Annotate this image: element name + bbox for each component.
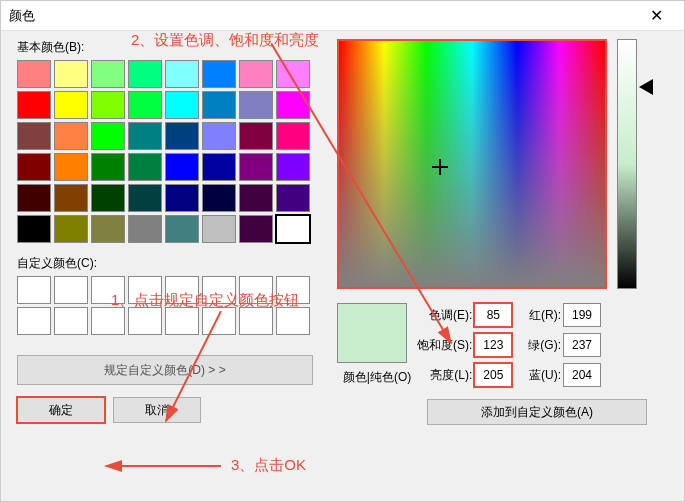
blue-label: 蓝(U):	[529, 367, 561, 384]
custom-swatch[interactable]	[276, 307, 310, 335]
basic-swatch[interactable]	[54, 153, 88, 181]
basic-swatch[interactable]	[276, 184, 310, 212]
sat-label: 饱和度(S):	[417, 337, 472, 354]
basic-swatch[interactable]	[239, 215, 273, 243]
lum-input[interactable]	[474, 363, 512, 387]
basic-swatch[interactable]	[239, 153, 273, 181]
basic-swatch[interactable]	[276, 122, 310, 150]
annotation-step1: 1、点击规定自定义颜色按钮	[111, 291, 299, 310]
hue-input[interactable]	[474, 303, 512, 327]
basic-swatch[interactable]	[54, 184, 88, 212]
green-input[interactable]	[563, 333, 601, 357]
crosshair-icon	[434, 161, 446, 173]
define-custom-button[interactable]: 规定自定义颜色(D) > >	[17, 355, 313, 385]
basic-swatch[interactable]	[128, 91, 162, 119]
basic-swatch[interactable]	[239, 91, 273, 119]
basic-swatch[interactable]	[128, 153, 162, 181]
basic-swatch[interactable]	[91, 122, 125, 150]
basic-swatch[interactable]	[165, 184, 199, 212]
custom-swatch[interactable]	[54, 276, 88, 304]
basic-swatch[interactable]	[54, 215, 88, 243]
basic-swatch[interactable]	[202, 184, 236, 212]
basic-swatch[interactable]	[17, 215, 51, 243]
ok-button[interactable]: 确定	[17, 397, 105, 423]
custom-swatch[interactable]	[54, 307, 88, 335]
basic-swatch[interactable]	[239, 184, 273, 212]
red-input[interactable]	[563, 303, 601, 327]
color-preview	[337, 303, 407, 363]
luminance-arrow-icon	[639, 79, 653, 95]
hue-label: 色调(E):	[429, 307, 472, 324]
basic-swatch[interactable]	[17, 184, 51, 212]
lum-label: 亮度(L):	[430, 367, 472, 384]
color-gradient-picker[interactable]	[337, 39, 607, 289]
basic-swatch[interactable]	[91, 60, 125, 88]
window-title: 颜色	[9, 7, 636, 25]
cancel-button[interactable]: 取消	[113, 397, 201, 423]
annotation-step3: 3、点击OK	[231, 456, 306, 475]
custom-colors-label: 自定义颜色(C):	[17, 255, 327, 272]
basic-swatch[interactable]	[276, 91, 310, 119]
close-button[interactable]: ✕	[636, 2, 676, 30]
preview-label: 颜色|纯色(O)	[337, 369, 417, 386]
custom-swatch[interactable]	[17, 276, 51, 304]
custom-swatch[interactable]	[91, 307, 125, 335]
basic-swatch[interactable]	[165, 60, 199, 88]
sat-input[interactable]	[474, 333, 512, 357]
close-icon: ✕	[650, 6, 663, 25]
basic-swatch[interactable]	[91, 153, 125, 181]
custom-swatch[interactable]	[239, 307, 273, 335]
red-label: 红(R):	[529, 307, 561, 324]
basic-swatch[interactable]	[239, 122, 273, 150]
basic-swatch[interactable]	[128, 122, 162, 150]
basic-swatch[interactable]	[128, 184, 162, 212]
basic-swatch[interactable]	[128, 60, 162, 88]
add-to-custom-button[interactable]: 添加到自定义颜色(A)	[427, 399, 647, 425]
basic-swatch[interactable]	[276, 153, 310, 181]
custom-swatch[interactable]	[17, 307, 51, 335]
annotation-step2: 2、设置色调、饱和度和亮度	[131, 31, 319, 50]
basic-swatch[interactable]	[54, 60, 88, 88]
basic-swatch[interactable]	[17, 91, 51, 119]
luminance-slider[interactable]	[617, 39, 637, 289]
blue-input[interactable]	[563, 363, 601, 387]
basic-swatch[interactable]	[91, 215, 125, 243]
basic-swatch[interactable]	[276, 215, 310, 243]
basic-swatch[interactable]	[54, 91, 88, 119]
custom-swatch[interactable]	[165, 307, 199, 335]
basic-swatch[interactable]	[54, 122, 88, 150]
custom-swatch[interactable]	[202, 307, 236, 335]
basic-swatch[interactable]	[239, 60, 273, 88]
custom-swatch[interactable]	[128, 307, 162, 335]
basic-swatch[interactable]	[276, 60, 310, 88]
basic-swatch[interactable]	[128, 215, 162, 243]
basic-swatch[interactable]	[202, 122, 236, 150]
basic-swatch[interactable]	[91, 91, 125, 119]
basic-swatch[interactable]	[165, 91, 199, 119]
basic-swatch[interactable]	[165, 215, 199, 243]
basic-swatch[interactable]	[202, 60, 236, 88]
basic-swatch[interactable]	[202, 91, 236, 119]
titlebar: 颜色 ✕	[1, 1, 684, 31]
basic-colors-grid	[17, 60, 327, 243]
basic-swatch[interactable]	[91, 184, 125, 212]
basic-swatch[interactable]	[165, 122, 199, 150]
basic-swatch[interactable]	[202, 215, 236, 243]
green-label: 绿(G):	[528, 337, 561, 354]
basic-swatch[interactable]	[17, 122, 51, 150]
basic-swatch[interactable]	[17, 60, 51, 88]
basic-swatch[interactable]	[17, 153, 51, 181]
basic-swatch[interactable]	[202, 153, 236, 181]
basic-swatch[interactable]	[165, 153, 199, 181]
